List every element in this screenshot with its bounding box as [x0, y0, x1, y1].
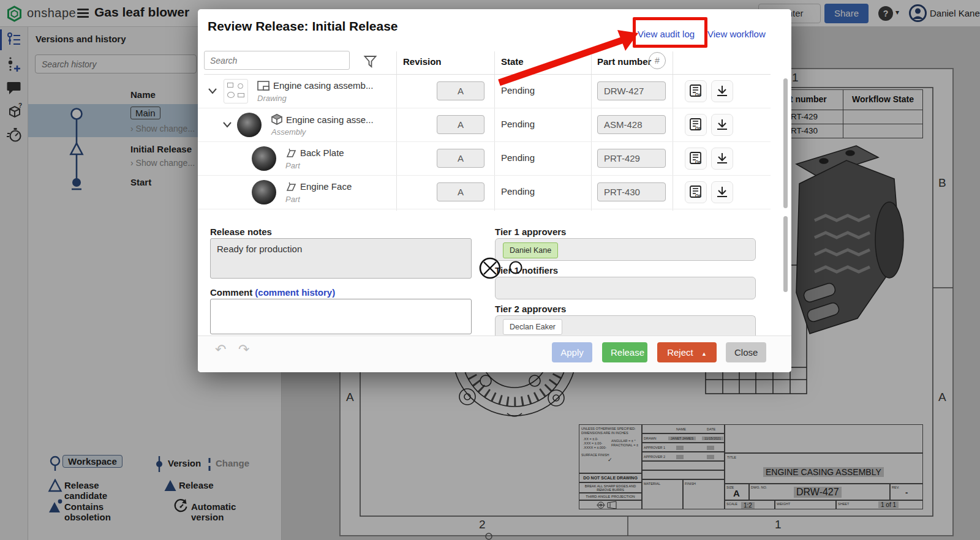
table-scrollbar[interactable] — [783, 78, 788, 208]
release-table-row[interactable]: Engine casing asse... Assembly A Pending… — [198, 108, 771, 142]
item-properties-button[interactable]: On — [685, 114, 707, 136]
reject-dropdown-icon[interactable]: ▲ — [701, 351, 707, 357]
revision-input[interactable]: A — [437, 115, 484, 134]
download-button[interactable] — [711, 114, 733, 136]
item-type: Part — [285, 195, 300, 204]
download-button[interactable] — [711, 181, 733, 203]
approver-chip[interactable]: Daniel Kane — [503, 242, 558, 258]
comment-history-link[interactable]: (comment history) — [255, 287, 335, 298]
part-icon — [285, 148, 296, 158]
item-type: Assembly — [271, 127, 306, 137]
tier1-approvers-label: Tier 1 approvers — [495, 227, 566, 237]
state-column-header: State — [501, 56, 524, 67]
app-window: onshape Gas leaf blower Center Share ? ▾… — [0, 0, 980, 540]
part-number-input[interactable]: PRT-429 — [597, 149, 666, 168]
release-notes-textarea[interactable]: Ready for production — [210, 238, 472, 279]
release-search-input[interactable] — [204, 51, 350, 70]
item-name: Back Plate — [300, 148, 344, 158]
item-name: Engine casing asse... — [286, 114, 374, 125]
drawing-icon — [257, 81, 270, 91]
filter-icon[interactable] — [363, 54, 377, 69]
undo-button[interactable]: ↶ — [211, 341, 230, 358]
view-audit-log-link[interactable]: View audit log — [638, 29, 695, 39]
release-button[interactable]: Release — [602, 342, 647, 362]
item-type: Part — [285, 161, 300, 170]
state-value: Pending — [501, 85, 535, 96]
item-thumbnail — [224, 79, 248, 103]
part-number-input[interactable]: ASM-428 — [597, 115, 666, 134]
part-icon — [285, 182, 296, 192]
revision-column-header: Revision — [403, 56, 442, 67]
close-button[interactable]: Close — [726, 342, 766, 362]
part-number-input[interactable]: DRW-427 — [597, 81, 666, 100]
apply-button[interactable]: Apply — [552, 342, 592, 362]
tier2-approvers-field[interactable]: Declan Eaker — [495, 315, 756, 336]
svg-text:On: On — [695, 92, 701, 97]
release-table-row[interactable]: Engine casing assemb... Drawing A Pendin… — [198, 75, 771, 108]
tier1-notifiers-label: Tier 1 notifiers — [495, 265, 558, 276]
assembly-icon — [271, 114, 282, 125]
part-number-input[interactable]: PRT-430 — [597, 182, 666, 201]
svg-text:On: On — [695, 160, 701, 164]
comment-label: Comment (comment history) — [210, 287, 335, 298]
tier2-approvers-label: Tier 2 approvers — [495, 304, 566, 314]
form-scrollbar[interactable] — [783, 216, 788, 292]
dialog-title: Review Release: Initial Release — [208, 19, 398, 34]
item-type: Drawing — [257, 94, 287, 103]
reject-button[interactable]: Reject ▲ — [657, 342, 717, 362]
collapse-chevron-icon[interactable] — [208, 88, 217, 95]
item-thumbnail — [252, 180, 276, 204]
item-properties-button[interactable]: On — [685, 181, 707, 203]
dialog-footer: ↶ ↷ Apply Release Reject ▲ Close — [198, 336, 791, 372]
svg-text:On: On — [695, 193, 701, 198]
release-table-row[interactable]: Engine Face Part A Pending PRT-430 On — [198, 176, 771, 209]
auto-number-icon[interactable]: # — [649, 52, 666, 69]
state-value: Pending — [501, 119, 535, 129]
redo-button[interactable]: ↷ — [235, 341, 253, 358]
part-number-column-header: Part number — [597, 56, 651, 67]
item-thumbnail — [237, 113, 262, 137]
svg-text:On: On — [695, 126, 701, 130]
state-value: Pending — [501, 152, 535, 163]
revision-input[interactable]: A — [437, 182, 484, 201]
download-button[interactable] — [711, 80, 733, 102]
release-table-row[interactable]: Back Plate Part A Pending PRT-429 On — [198, 142, 771, 176]
revision-input[interactable]: A — [437, 149, 484, 168]
comment-textarea[interactable] — [210, 299, 472, 334]
item-properties-button[interactable]: On — [685, 148, 707, 170]
item-name: Engine casing assemb... — [273, 80, 373, 91]
review-release-dialog: Review Release: Initial Release View aud… — [198, 9, 791, 372]
release-notes-label: Release notes — [210, 227, 272, 237]
item-name: Engine Face — [300, 181, 352, 192]
tier1-notifiers-field[interactable] — [495, 277, 756, 299]
item-thumbnail — [252, 146, 276, 171]
view-workflow-link[interactable]: View workflow — [707, 29, 766, 39]
item-properties-button[interactable]: On — [685, 80, 707, 102]
approver-chip[interactable]: Declan Eaker — [503, 319, 562, 335]
collapse-chevron-icon[interactable] — [222, 121, 232, 129]
state-value: Pending — [501, 186, 535, 197]
revision-input[interactable]: A — [437, 81, 484, 100]
download-button[interactable] — [711, 148, 733, 170]
tier1-approvers-field[interactable]: Daniel Kane — [495, 238, 756, 261]
